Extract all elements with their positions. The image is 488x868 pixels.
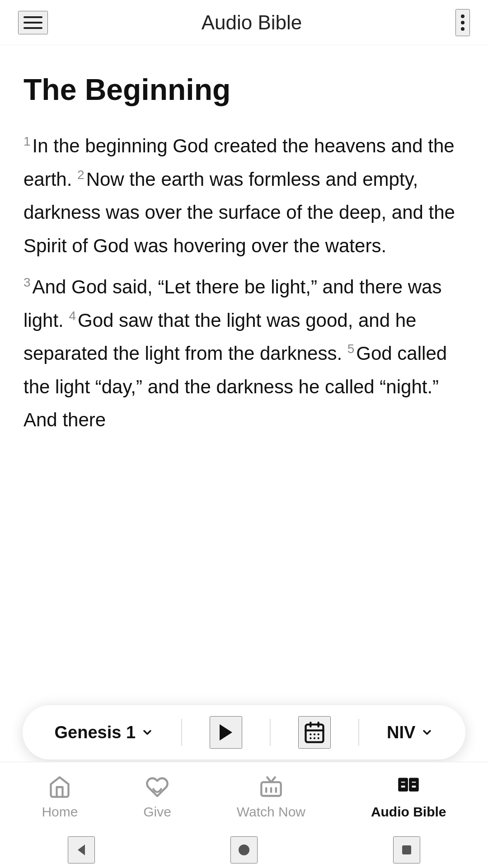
recents-icon [398,841,416,859]
calendar-icon [303,721,326,744]
bible-passage-2: 3And God said, “Let there be light,” and… [23,270,465,437]
recents-button[interactable] [393,836,420,863]
version-label: NIV [387,723,415,742]
nav-watch-now-label: Watch Now [237,804,305,820]
version-selector[interactable]: NIV [387,723,433,742]
home-icon [47,774,72,800]
page-title: Audio Bible [202,11,302,34]
svg-rect-1 [306,725,324,742]
play-icon [215,722,237,743]
play-button[interactable] [210,716,242,749]
verse-number-5: 5 [347,342,355,356]
back-button[interactable] [68,836,95,863]
watch-now-icon [258,774,284,800]
svg-marker-0 [220,724,232,741]
give-icon [145,774,170,800]
home-system-icon [235,841,253,859]
back-icon [72,841,90,859]
hamburger-menu-button[interactable] [18,11,48,34]
content-spacer [0,437,488,618]
system-navigation-bar [0,832,488,868]
svg-rect-23 [402,845,411,854]
svg-rect-20 [412,783,417,785]
verse-number-4: 4 [69,309,76,323]
home-button[interactable] [230,836,258,863]
bar-divider-1 [181,719,182,746]
svg-point-22 [239,844,249,855]
nav-item-watch-now[interactable]: Watch Now [223,770,319,824]
version-chevron-icon [421,726,433,739]
bar-divider-3 [358,719,359,746]
audio-bible-icon [396,774,421,800]
nav-item-home[interactable]: Home [28,770,91,824]
nav-give-label: Give [143,804,171,820]
bar-divider-2 [270,719,271,746]
floating-playback-bar: Genesis 1 NIV [23,705,465,760]
bible-content: The Beginning 1In the beginning God crea… [0,45,488,437]
nav-home-label: Home [42,804,78,820]
svg-marker-21 [78,844,85,855]
verse-number-3: 3 [23,275,31,289]
verse-number-1: 1 [23,134,31,148]
verse-number-2: 2 [77,168,84,182]
bible-passage: 1In the beginning God created the heaven… [23,129,465,262]
calendar-button[interactable] [298,716,331,749]
chapter-heading: The Beginning [23,72,465,107]
top-navigation: Audio Bible [0,0,488,45]
svg-rect-19 [401,783,406,785]
book-selector[interactable]: Genesis 1 [55,723,154,742]
more-options-button[interactable] [455,9,470,36]
book-label: Genesis 1 [55,723,136,742]
book-chevron-icon [141,726,154,739]
bottom-navigation: Home Give Watch Now [0,762,488,832]
nav-item-audio-bible[interactable]: Audio Bible [357,770,460,824]
nav-item-give[interactable]: Give [130,770,185,824]
nav-audio-bible-label: Audio Bible [371,804,446,820]
